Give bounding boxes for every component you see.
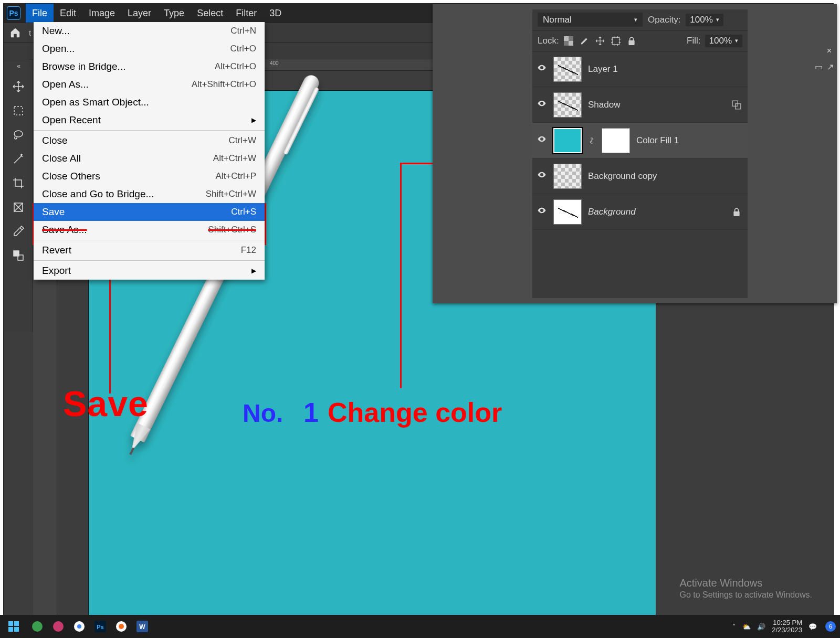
- menu-item[interactable]: Close and Go to Bridge...Shift+Ctrl+W: [34, 185, 265, 203]
- link-icon[interactable]: [588, 135, 595, 146]
- opacity-value[interactable]: 100% ▾: [686, 14, 723, 26]
- lock-artboard-icon[interactable]: [611, 36, 621, 46]
- layers-panel-popout: × ▭ ↗ Normal ▾ Opacity: 100% ▾ Lock:: [433, 4, 837, 303]
- menu-file[interactable]: File: [26, 4, 54, 23]
- taskbar-photoshop-icon[interactable]: Ps: [91, 618, 109, 635]
- marquee-tool[interactable]: [8, 100, 29, 121]
- frame-tool[interactable]: [8, 197, 29, 218]
- menu-item-label: Revert: [42, 244, 71, 256]
- menu-shortcut: Ctrl+S: [231, 207, 256, 217]
- svg-rect-13: [8, 621, 13, 626]
- fill-value[interactable]: 100% ▾: [705, 35, 742, 47]
- menu-shortcut: Ctrl+W: [229, 135, 256, 146]
- menu-item[interactable]: Export▶: [34, 262, 265, 280]
- panel-icon[interactable]: ↗: [827, 62, 834, 72]
- menu-edit[interactable]: Edit: [54, 4, 82, 23]
- taskbar-app-icon[interactable]: [28, 618, 46, 635]
- menu-item[interactable]: CloseCtrl+W: [34, 132, 265, 150]
- tray-volume-icon[interactable]: 🔊: [757, 623, 765, 631]
- menu-type[interactable]: Type: [158, 4, 191, 23]
- layers-panel: Normal ▾ Opacity: 100% ▾ Lock: Fill: 100…: [532, 9, 748, 298]
- notification-icon[interactable]: 💬: [808, 623, 817, 631]
- menu-item[interactable]: Browse in Bridge...Alt+Ctrl+O: [34, 58, 265, 76]
- panel-icon[interactable]: ▭: [815, 62, 823, 72]
- menu-layer[interactable]: Layer: [121, 4, 158, 23]
- menu-shortcut: Ctrl+N: [230, 26, 256, 36]
- lock-brush-icon[interactable]: [579, 36, 590, 46]
- menu-image[interactable]: Image: [82, 4, 121, 23]
- layer-row[interactable]: Background: [532, 194, 748, 230]
- menu-item-label: Browse in Bridge...: [42, 61, 125, 72]
- menu-separator: [34, 260, 265, 261]
- annotation-line-color: [400, 163, 402, 388]
- lock-transparency-icon[interactable]: [563, 36, 574, 46]
- taskbar-app-icon[interactable]: [112, 618, 130, 635]
- layer-name[interactable]: Layer 1: [588, 64, 723, 75]
- menu-3d[interactable]: 3D: [263, 4, 288, 23]
- layer-thumbnail[interactable]: [553, 92, 582, 118]
- home-icon[interactable]: [8, 25, 23, 40]
- menu-item[interactable]: Open As...Alt+Shift+Ctrl+O: [34, 76, 265, 93]
- menu-filter[interactable]: Filter: [229, 4, 263, 23]
- menu-item-label: Export: [42, 265, 71, 277]
- lock-position-icon[interactable]: [595, 36, 605, 46]
- menu-item[interactable]: SaveCtrl+S: [34, 203, 265, 221]
- layer-name[interactable]: Background: [588, 207, 723, 217]
- menu-shortcut: Ctrl+O: [230, 44, 256, 54]
- taskbar-word-icon[interactable]: W: [133, 618, 151, 635]
- menu-separator: [34, 240, 265, 240]
- svg-point-17: [32, 621, 43, 632]
- blend-mode-value: Normal: [543, 15, 572, 25]
- lasso-tool[interactable]: [8, 124, 29, 145]
- menu-item[interactable]: Open Recent▶: [34, 111, 265, 129]
- menu-item[interactable]: Open...Ctrl+O: [34, 40, 265, 58]
- visibility-toggle[interactable]: [537, 99, 547, 111]
- lock-all-icon[interactable]: [626, 36, 637, 46]
- menu-item[interactable]: Open as Smart Object...: [34, 93, 265, 111]
- layer-row[interactable]: Shadow: [532, 87, 748, 123]
- eyedropper-tool[interactable]: [8, 221, 29, 242]
- layer-name[interactable]: Color Fill 1: [636, 135, 723, 146]
- menu-separator: [34, 130, 265, 131]
- layer-row[interactable]: Color Fill 1: [532, 123, 748, 158]
- blend-mode-select[interactable]: Normal ▾: [538, 13, 643, 27]
- start-button[interactable]: [4, 617, 23, 636]
- layer-name[interactable]: Background copy: [588, 171, 723, 182]
- taskbar-apps: Ps W: [28, 618, 151, 635]
- layer-list: Layer 1ShadowColor Fill 1Background copy…: [532, 51, 748, 298]
- layer-row[interactable]: Layer 1: [532, 51, 748, 87]
- layer-thumbnail[interactable]: [553, 57, 582, 82]
- layer-name[interactable]: Shadow: [588, 100, 723, 110]
- tray-chevron-icon[interactable]: ˄: [732, 623, 736, 631]
- taskbar-chrome-icon[interactable]: [70, 618, 88, 635]
- notification-badge: 6: [825, 621, 836, 632]
- menu-item[interactable]: Close AllAlt+Ctrl+W: [34, 150, 265, 167]
- watermark-title: Activate Windows: [679, 576, 812, 590]
- layer-mask-thumbnail[interactable]: [602, 128, 630, 153]
- layer-thumbnail[interactable]: [553, 199, 582, 225]
- layer-thumbnail[interactable]: [553, 128, 582, 153]
- menu-item-label: Open As...: [42, 79, 89, 90]
- swatch-tool[interactable]: [8, 245, 29, 266]
- crop-tool[interactable]: [8, 173, 29, 194]
- layer-row[interactable]: Background copy: [532, 158, 748, 194]
- menu-item[interactable]: Close OthersAlt+Ctrl+P: [34, 167, 265, 185]
- visibility-toggle[interactable]: [537, 170, 547, 182]
- collapse-icon[interactable]: «: [17, 62, 19, 70]
- menu-item[interactable]: New...Ctrl+N: [34, 22, 265, 40]
- taskbar-app-icon[interactable]: [49, 618, 67, 635]
- close-icon[interactable]: ×: [827, 46, 832, 56]
- tray-cloud-icon[interactable]: ⛅: [742, 623, 751, 631]
- visibility-toggle[interactable]: [537, 63, 547, 75]
- menu-item[interactable]: RevertF12: [34, 241, 265, 259]
- menu-select[interactable]: Select: [191, 4, 229, 23]
- taskbar-clock[interactable]: 10:25 PM 2/23/2023: [772, 619, 802, 634]
- menu-item[interactable]: Save As...Shift+Ctrl+S: [34, 221, 265, 239]
- visibility-toggle[interactable]: [537, 206, 547, 218]
- annotation-change: Change color: [328, 397, 502, 428]
- move-tool[interactable]: [8, 76, 29, 97]
- visibility-toggle[interactable]: [537, 134, 547, 146]
- wand-tool[interactable]: [8, 148, 29, 169]
- layer-thumbnail[interactable]: [553, 164, 582, 189]
- menu-shortcut: Alt+Ctrl+O: [215, 61, 256, 72]
